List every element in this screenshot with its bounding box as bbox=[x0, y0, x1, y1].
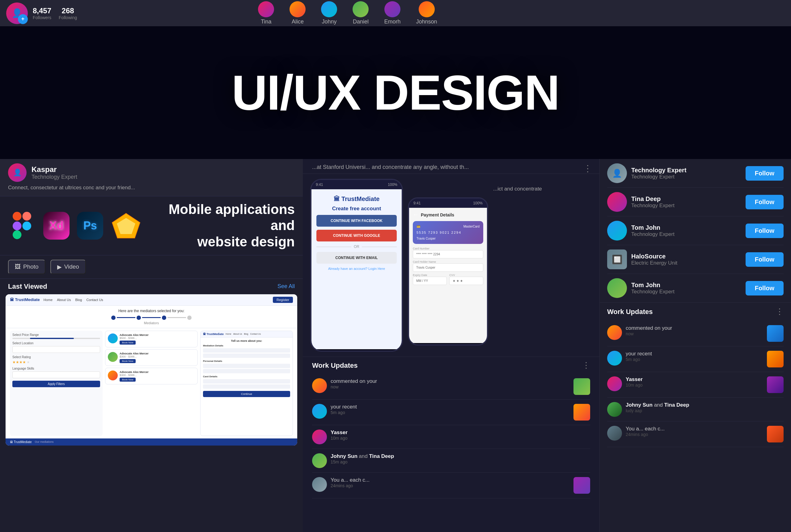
cvv-input[interactable]: ★ ★ ★ bbox=[449, 277, 483, 285]
apply-filter-btn[interactable]: Apply Filters bbox=[12, 381, 100, 387]
adobe-xd-icon: Xd bbox=[43, 212, 70, 240]
fb-login-btn[interactable]: CONTINUE WITH FACEBOOK bbox=[316, 215, 397, 227]
mockup-logo-1: 🏛 TrustMediate bbox=[10, 297, 40, 302]
see-all-link[interactable]: See All bbox=[277, 283, 295, 290]
wu-item-1: commented on your now bbox=[312, 374, 590, 400]
wu-right-thumb-3 bbox=[767, 376, 784, 393]
follower-name-johny: Johny bbox=[321, 19, 336, 25]
profile-text: Kaspar Technology Expert bbox=[32, 165, 77, 180]
suggestion-tom-john: Tom John Technology Expert Follow bbox=[607, 216, 784, 245]
payment-header: ← Payment Details bbox=[413, 211, 483, 218]
wu-right-time-4: ludy aap bbox=[626, 408, 784, 413]
expiry-input[interactable]: MM / YY bbox=[413, 277, 447, 285]
login-link[interactable]: Already have an account? Login Here bbox=[328, 267, 385, 270]
follower-name-johnson: Johnson bbox=[416, 19, 437, 25]
svg-rect-1 bbox=[22, 212, 31, 221]
card-holder-input[interactable]: Travis Cusper bbox=[413, 263, 483, 272]
profile-pic-small: 👤 bbox=[8, 163, 26, 182]
mediator-cards-col: Advocate Alex Mercer $500 - $388... Book… bbox=[105, 331, 198, 436]
photo-button[interactable]: 🖼 Photo bbox=[8, 260, 45, 274]
wu-right-3: Yasser 10m ago bbox=[607, 372, 784, 398]
payment-title: Payment Details bbox=[421, 212, 454, 217]
following-count: 268 bbox=[59, 6, 77, 15]
wu-text-3: Yasser 10m ago bbox=[331, 430, 590, 441]
follow-btn-5[interactable]: Follow bbox=[746, 281, 784, 296]
wu-right-thumb-5 bbox=[767, 426, 784, 442]
sugg-info-2: Tina Deep Technology Expert bbox=[631, 195, 746, 209]
sugg-role-4: Electric Energy Unit bbox=[631, 260, 746, 266]
right-panel: 👤 Technology Expert Technology Expert Fo… bbox=[600, 159, 791, 532]
sugg-avatar-2 bbox=[607, 192, 627, 212]
follow-btn-1[interactable]: Follow bbox=[746, 166, 784, 180]
figma-icon bbox=[8, 212, 36, 240]
media-section: 🖼 Photo ▶ Video bbox=[0, 255, 303, 279]
sugg-role-1: Technology Expert bbox=[631, 174, 746, 180]
follow-btn-3[interactable]: Follow bbox=[746, 224, 784, 238]
card-number-input[interactable]: **** **** **** 2294 bbox=[413, 250, 483, 259]
following-stat: 268 Following bbox=[59, 6, 77, 20]
profile-name: Kaspar bbox=[32, 165, 77, 174]
work-updates-right: commented on your now your recent 5m ago bbox=[600, 321, 791, 447]
work-updates-more-right[interactable]: ⋮ bbox=[775, 307, 784, 317]
book-now-1[interactable]: Book Now bbox=[119, 341, 136, 345]
follower-avatar-johnson bbox=[419, 1, 435, 17]
work-updates-more-middle[interactable]: ⋮ bbox=[582, 361, 590, 370]
sugg-name-4: HaloSource bbox=[631, 253, 746, 260]
profile-role: Technology Expert bbox=[32, 174, 77, 180]
more-menu-button[interactable]: ⋮ bbox=[583, 163, 592, 173]
nav-blog[interactable]: Blog bbox=[75, 298, 82, 302]
wu-right-time-2: 5m ago bbox=[626, 357, 763, 362]
email-login-btn[interactable]: CONTINUE WITH EMAIL bbox=[316, 252, 397, 264]
sugg-avatar-5 bbox=[607, 278, 627, 298]
sugg-role-2: Technology Expert bbox=[631, 203, 746, 209]
follower-johnson[interactable]: Johnson bbox=[416, 1, 437, 25]
sugg-info-3: Tom John Technology Expert bbox=[631, 224, 746, 238]
add-avatar-button[interactable]: + bbox=[18, 14, 28, 24]
video-button[interactable]: ▶ Video bbox=[50, 260, 86, 274]
suggestions-list: 👤 Technology Expert Technology Expert Fo… bbox=[600, 159, 791, 302]
middle-panel: ⋮ ...at Stanford Universi... and concent… bbox=[303, 159, 600, 532]
follow-btn-4[interactable]: Follow bbox=[746, 252, 784, 267]
card-bank: 💳 bbox=[417, 225, 420, 228]
card-number-label: Card Number bbox=[413, 247, 483, 250]
follower-emorh[interactable]: Emorh bbox=[384, 1, 401, 25]
google-login-btn[interactable]: CONTINUE WITH GOOGLE bbox=[316, 230, 397, 242]
follower-name-alice: Alice bbox=[292, 19, 304, 25]
tools-section: Xd Ps Mobile application bbox=[0, 196, 303, 255]
follower-name-emorh: Emorh bbox=[384, 19, 401, 25]
wu-thumb-5 bbox=[573, 477, 590, 494]
mockup-nav-1: Home About Us Blog Contact Us bbox=[43, 298, 103, 302]
phone-time-2: 9:41 bbox=[413, 201, 421, 205]
wu-item-3: Yasser 10m ago bbox=[312, 425, 590, 449]
video-label: Video bbox=[64, 263, 79, 270]
follow-btn-2[interactable]: Follow bbox=[746, 195, 784, 209]
photo-label: Photo bbox=[23, 263, 39, 270]
follower-alice[interactable]: Alice bbox=[290, 1, 306, 25]
nav-about[interactable]: About Us bbox=[57, 298, 71, 302]
svg-rect-2 bbox=[13, 221, 21, 230]
follower-johny[interactable]: Johny bbox=[321, 1, 337, 25]
follower-daniel[interactable]: Daniel bbox=[352, 1, 369, 25]
book-now-2[interactable]: Book Now bbox=[119, 359, 136, 363]
follower-tina[interactable]: Tina bbox=[258, 1, 274, 25]
wu-avatar-4 bbox=[312, 453, 327, 468]
back-button[interactable]: ← bbox=[413, 211, 418, 218]
wu-right-avatar-2 bbox=[607, 351, 622, 365]
phone-status-bar-2: 9:41 100% bbox=[409, 198, 487, 208]
nav-contact[interactable]: Contact Us bbox=[86, 298, 103, 302]
wu-and: and bbox=[359, 453, 369, 459]
sugg-info-1: Technology Expert Technology Expert bbox=[631, 167, 746, 180]
post-body-text: ...ict and concentrate bbox=[493, 185, 542, 193]
continue-btn-form[interactable]: Continue bbox=[203, 391, 290, 397]
below-hero-section: 👤 Kaspar Technology Expert Connect, cons… bbox=[0, 159, 791, 532]
follower-avatar-tina bbox=[258, 1, 274, 17]
profile-stats-top: 👤 + 8,457 Followers 268 Following bbox=[0, 2, 96, 24]
wu-right-text-2: your recent 5m ago bbox=[626, 351, 763, 362]
wu-right-yasser: Yasser bbox=[626, 376, 763, 383]
followers-label: Followers bbox=[33, 15, 51, 20]
register-btn[interactable]: Register bbox=[273, 297, 293, 303]
nav-home[interactable]: Home bbox=[43, 298, 53, 302]
wu-right-comment-1: commented on your bbox=[626, 325, 763, 331]
form-panel: 🏛 TrustMediate HomeAbout UsBlogContact U… bbox=[200, 331, 293, 436]
book-now-3[interactable]: Book Now bbox=[119, 378, 136, 382]
